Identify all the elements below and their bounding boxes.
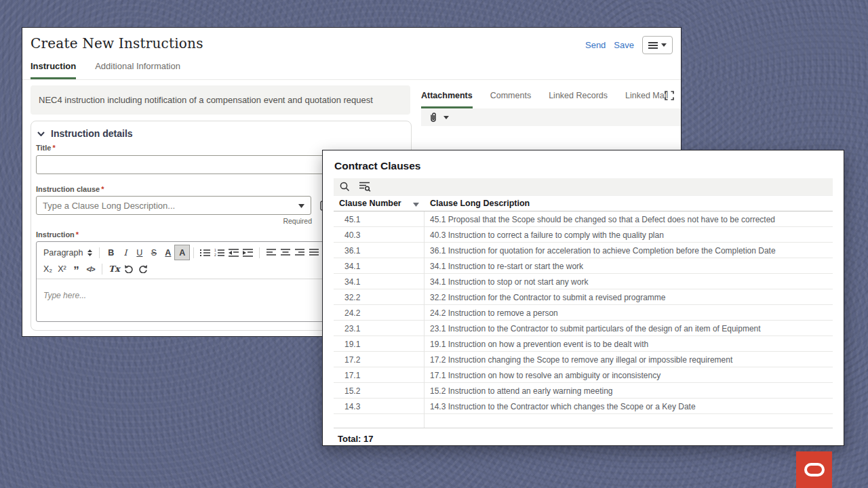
table-row[interactable]: 36.1 36.1 Instruction for quotation for …	[334, 243, 833, 258]
paperclip-icon	[429, 112, 437, 123]
search-in-list-icon[interactable]	[359, 182, 371, 192]
table-row[interactable]: 15.2 15.2 Instruction to attend an early…	[334, 383, 833, 399]
required-asterisk: *	[101, 185, 104, 193]
tab-instruction[interactable]: Instruction	[31, 61, 76, 79]
table-row[interactable]: 32.2 32.2 Instruction for the Contractor…	[334, 289, 833, 305]
table-row[interactable]: 45.1 45.1 Proposal that the Scope should…	[334, 211, 833, 227]
tab-linked-mail[interactable]: Linked Mail	[625, 91, 668, 108]
window-header: Create New Instructions Send Save	[22, 28, 681, 52]
superscript-button[interactable]: X²	[55, 262, 69, 276]
send-button[interactable]: Send	[585, 40, 606, 50]
bullet-list-icon[interactable]	[198, 245, 212, 260]
table-row[interactable]: 19.1 19.1 Instruction on how a preventio…	[334, 336, 833, 352]
tab-attachments[interactable]: Attachments	[421, 91, 473, 108]
tab-additional-information[interactable]: Additional Information	[95, 61, 180, 79]
clause-number-cell[interactable]: 24.2	[334, 305, 425, 321]
save-button[interactable]: Save	[614, 40, 634, 50]
clause-number-cell[interactable]: 32.2	[334, 289, 425, 305]
justify-icon[interactable]	[307, 245, 321, 260]
paragraph-style-select[interactable]: Paragraph	[41, 248, 95, 258]
numbered-list-icon[interactable]: 12	[212, 245, 226, 260]
clause-description-cell[interactable]: 34.1 Instruction to re-start or start th…	[425, 262, 833, 271]
align-left-icon[interactable]	[264, 245, 278, 260]
dialog-toolbar	[334, 178, 833, 195]
clause-number-cell[interactable]: 40.3	[334, 227, 425, 243]
sort-descending-icon[interactable]	[413, 203, 419, 207]
expand-icon[interactable]	[665, 91, 674, 100]
clause-description-cell[interactable]: 24.2 Instruction to remove a person	[425, 308, 833, 318]
clause-description-cell[interactable]: 17.2 Instruction changing the Scope to r…	[425, 355, 833, 365]
text-color-button[interactable]: A	[161, 245, 175, 260]
clause-description-cell[interactable]: 32.2 Instruction for the Contractor to s…	[425, 293, 833, 302]
highlight-color-button[interactable]: A	[175, 245, 189, 260]
svg-text:1: 1	[214, 249, 216, 252]
blockquote-button[interactable]: ”	[69, 262, 83, 276]
clause-number-cell[interactable]: 23.1	[334, 321, 425, 336]
clause-description-cell[interactable]: 14.3 Instruction to the Contractor which…	[425, 402, 833, 411]
attach-file-button[interactable]	[429, 112, 437, 123]
table-row[interactable]: 34.1 34.1 Instruction to stop or not sta…	[334, 274, 833, 289]
clause-number-cell[interactable]: 34.1	[334, 258, 425, 274]
clause-description-cell[interactable]: 19.1 Instruction on how a prevention eve…	[425, 340, 833, 349]
search-icon[interactable]	[340, 182, 350, 192]
align-right-icon[interactable]	[292, 245, 307, 260]
clause-description-cell[interactable]: 15.2 Instruction to attend an early warn…	[425, 386, 833, 396]
clause-number-cell[interactable]: 17.1	[334, 367, 425, 383]
clause-number-cell[interactable]: 15.2	[334, 383, 425, 399]
clause-combobox[interactable]	[36, 196, 311, 215]
column-header-clause-number[interactable]: Clause Number	[334, 199, 425, 208]
table-row[interactable]: 17.1 17.1 Instruction on how to resolve …	[334, 367, 833, 383]
dropdown-caret-icon[interactable]	[298, 204, 304, 208]
oracle-ring-icon	[804, 463, 825, 476]
section-title: Instruction details	[51, 128, 133, 139]
clear-formatting-button[interactable]: Tx	[106, 262, 122, 276]
code-view-button[interactable]: </>	[83, 262, 98, 276]
clause-number-cell[interactable]: 34.1	[334, 274, 425, 289]
clause-description-cell[interactable]: 45.1 Proposal that the Scope should be c…	[425, 215, 833, 224]
panel-tabbar: Attachments Comments Linked Records Link…	[421, 91, 674, 108]
tab-linked-records[interactable]: Linked Records	[549, 91, 608, 108]
clause-description-cell[interactable]: 23.1 Instruction to the Contractor to su…	[425, 324, 833, 333]
contract-clauses-dialog: Contract Clauses Clause Number Clause Lo…	[322, 150, 844, 446]
toolbar-separator	[102, 264, 102, 274]
updown-caret-icon	[87, 249, 92, 256]
clause-search-input[interactable]	[43, 197, 287, 214]
outdent-icon[interactable]	[226, 245, 241, 260]
clause-number-cell[interactable]: 17.2	[334, 352, 425, 367]
table-row[interactable]: 40.3 40.3 Instruction to correct a failu…	[334, 227, 833, 243]
tab-comments[interactable]: Comments	[490, 91, 531, 108]
clause-number-cell[interactable]: 45.1	[334, 211, 425, 227]
redo-icon[interactable]	[136, 262, 151, 276]
clause-description-cell[interactable]: 40.3 Instruction to correct a failure to…	[425, 230, 833, 240]
menu-button[interactable]	[642, 36, 673, 54]
clause-number-cell[interactable]: 36.1	[334, 243, 425, 258]
dialog-title: Contract Clauses	[334, 160, 833, 172]
italic-button[interactable]: I	[118, 245, 132, 260]
bold-button[interactable]: B	[104, 245, 118, 260]
subscript-button[interactable]: X₂	[41, 262, 55, 276]
clause-number-cell[interactable]: 19.1	[334, 336, 425, 352]
undo-icon[interactable]	[122, 262, 136, 276]
clause-number-cell[interactable]: 14.3	[334, 399, 425, 414]
clause-description-cell[interactable]: 34.1 Instruction to stop or not start an…	[425, 277, 833, 287]
table-row[interactable]: 34.1 34.1 Instruction to re-start or sta…	[334, 258, 833, 274]
table-spacer	[334, 414, 833, 428]
clauses-table-body: 45.1 45.1 Proposal that the Scope should…	[334, 211, 833, 414]
strikethrough-button[interactable]: S	[146, 245, 161, 260]
instruction-details-header[interactable]: Instruction details	[35, 128, 407, 139]
indent-icon[interactable]	[241, 245, 255, 260]
align-center-icon[interactable]	[278, 245, 292, 260]
clause-description-cell[interactable]: 36.1 Instruction for quotation for accel…	[425, 246, 833, 256]
attach-options-caret[interactable]	[443, 116, 449, 119]
table-total: Total: 17	[323, 428, 844, 444]
toolbar-separator	[99, 247, 100, 258]
table-row[interactable]: 14.3 14.3 Instruction to the Contractor …	[334, 399, 833, 414]
table-row[interactable]: 23.1 23.1 Instruction to the Contractor …	[334, 321, 833, 336]
required-asterisk: *	[76, 230, 79, 239]
clause-description-cell[interactable]: 17.1 Instruction on how to resolve an am…	[425, 371, 833, 380]
table-row[interactable]: 24.2 24.2 Instruction to remove a person	[334, 305, 833, 321]
underline-button[interactable]: U	[132, 245, 146, 260]
column-header-clause-description[interactable]: Clause Long Description	[425, 199, 833, 208]
svg-text:2: 2	[214, 253, 216, 257]
table-row[interactable]: 17.2 17.2 Instruction changing the Scope…	[334, 352, 833, 367]
